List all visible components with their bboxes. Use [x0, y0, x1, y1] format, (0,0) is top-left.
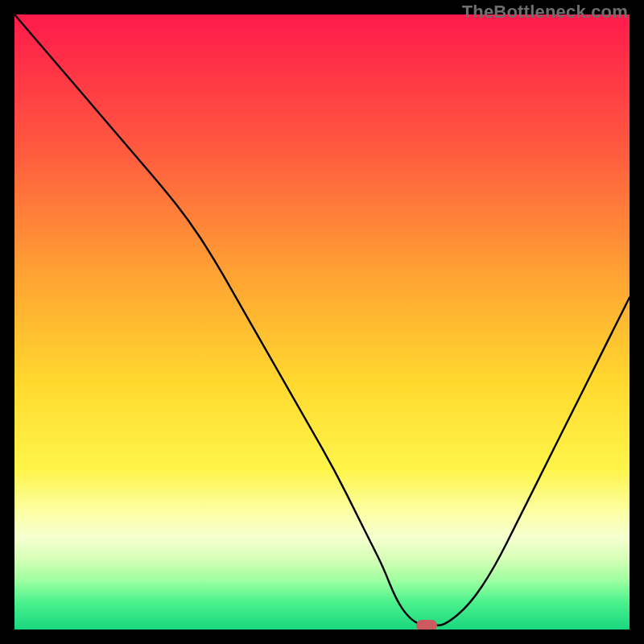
chart-frame: TheBottleneck.com	[0, 0, 644, 644]
watermark-text: TheBottleneck.com	[462, 2, 628, 23]
plot-area	[14, 14, 630, 630]
bottleneck-curve	[14, 14, 630, 630]
